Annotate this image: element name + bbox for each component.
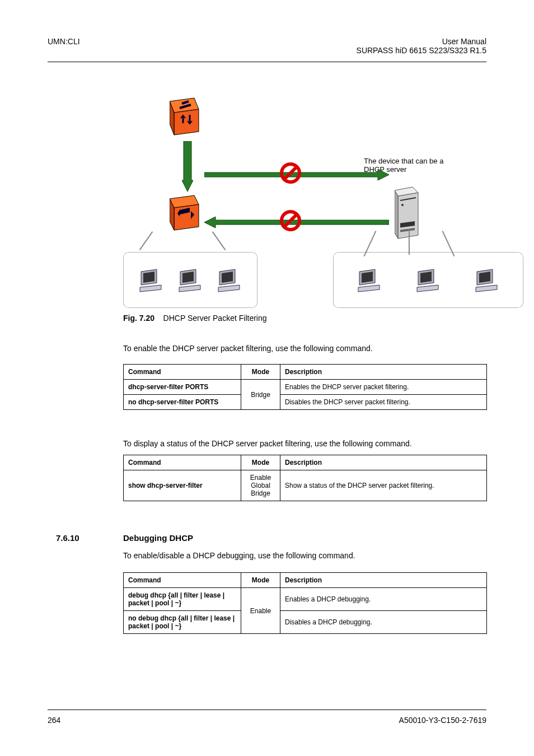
table-header-row: Command Mode Description: [124, 573, 487, 588]
cmd-text: no debug dhcp {all | filter | lease | pa…: [128, 614, 235, 630]
page-header: UMN:CLI User Manual SURPASS hiD 6615 S22…: [48, 37, 486, 58]
table-row: dhcp-server-filter PORTS Bridge Enables …: [124, 380, 487, 395]
cell-mode: Enable: [241, 588, 280, 634]
cell-description: Show a status of the DHCP server packet …: [280, 470, 487, 501]
cmd-text: debug dhcp {all | filter | lease | packe…: [128, 591, 224, 607]
svg-line-25: [284, 214, 297, 227]
svg-marker-0: [174, 109, 199, 135]
col-header-description: Description: [280, 455, 487, 470]
cell-description: Disables the DHCP server packet filterin…: [280, 395, 487, 410]
cell-command: show dhcp-server-filter: [124, 470, 241, 501]
cmd-text: dhcp-server-filter PORTS: [128, 383, 208, 391]
router-icon: [170, 92, 203, 139]
cmd-text: no dhcp-server-filter PORTS: [128, 398, 218, 406]
page-number: 264: [48, 716, 60, 725]
col-header-description: Description: [280, 573, 487, 588]
connection-line: [212, 231, 226, 250]
svg-line-23: [284, 167, 297, 179]
col-header-description: Description: [280, 365, 487, 380]
svg-marker-31: [179, 285, 200, 292]
network-diagram: The device that can be a DHCP server: [123, 90, 481, 314]
server-label-line1: The device that can be a: [364, 157, 443, 165]
cell-command: no debug dhcp {all | filter | lease | pa…: [124, 611, 241, 634]
table-header-row: Command Mode Description: [124, 365, 487, 380]
col-header-mode: Mode: [241, 365, 280, 380]
col-header-mode: Mode: [241, 455, 280, 470]
cell-command: debug dhcp {all | filter | lease | packe…: [124, 588, 241, 611]
svg-marker-7: [182, 141, 193, 192]
col-header-command: Command: [124, 365, 241, 380]
table-row: debug dhcp {all | filter | lease | packe…: [124, 588, 487, 611]
connection-line: [409, 230, 410, 255]
cell-command: no dhcp-server-filter PORTS: [124, 395, 241, 410]
pc-icon: [216, 265, 244, 293]
svg-marker-34: [218, 285, 240, 292]
cell-description: Disables a DHCP debugging.: [280, 611, 487, 634]
client-group-left: [123, 252, 257, 308]
footer-divider: [48, 710, 486, 710]
paragraph-enable-filter: To enable the DHCP server packet filteri…: [123, 344, 373, 353]
svg-marker-33: [222, 272, 233, 283]
bridge-icon: [170, 193, 203, 235]
section-number: 7.6.10: [56, 533, 79, 543]
table-row: show dhcp-server-filter Enable Global Br…: [124, 470, 487, 501]
cmd-text: show dhcp-server-filter: [128, 482, 203, 489]
no-entry-icon: [280, 162, 301, 184]
svg-point-17: [401, 204, 404, 206]
paragraph-show-filter: To display a status of the DHCP server p…: [123, 439, 412, 448]
table-row: no debug dhcp {all | filter | lease | pa…: [124, 611, 487, 634]
table-row: no dhcp-server-filter PORTS Disables the…: [124, 395, 487, 410]
paragraph-debug: To enable/disable a DHCP debugging, use …: [123, 551, 355, 560]
pc-icon: [474, 265, 502, 293]
svg-marker-8: [174, 204, 199, 230]
svg-marker-40: [417, 285, 438, 292]
table-header-row: Command Mode Description: [124, 455, 487, 470]
command-table-filter: Command Mode Description dhcp-server-fil…: [123, 364, 487, 410]
header-right: User Manual SURPASS hiD 6615 S223/S323 R…: [357, 37, 486, 55]
pc-icon: [177, 265, 205, 293]
header-left: UMN:CLI: [48, 37, 80, 55]
svg-marker-39: [420, 272, 432, 283]
header-right-line2: SURPASS hiD 6615 S223/S323 R1.5: [357, 46, 486, 55]
header-right-line1: User Manual: [357, 37, 486, 46]
svg-marker-30: [182, 272, 194, 283]
header-divider: [48, 62, 486, 62]
cell-command: dhcp-server-filter PORTS: [124, 380, 241, 395]
cell-description: Enables a DHCP debugging.: [280, 588, 487, 611]
col-header-command: Command: [124, 455, 241, 470]
cell-mode: Enable Global Bridge: [241, 470, 280, 501]
section-title: Debugging DHCP: [123, 533, 193, 543]
svg-marker-28: [140, 285, 161, 292]
mode-line1: Enable: [246, 474, 275, 482]
arrow-down-icon: [182, 141, 193, 192]
col-header-command: Command: [124, 573, 241, 588]
connection-line: [139, 231, 153, 250]
cell-mode: Bridge: [241, 380, 280, 410]
command-table-show-filter: Command Mode Description show dhcp-serve…: [123, 455, 487, 501]
mode-line3: Bridge: [246, 489, 275, 497]
col-header-mode: Mode: [241, 573, 280, 588]
document-id: A50010-Y3-C150-2-7619: [399, 716, 486, 725]
figure-label: Fig. 7.20: [123, 314, 154, 323]
figure-caption-text: DHCP Server Packet Filtering: [163, 314, 267, 323]
svg-marker-42: [479, 272, 490, 283]
server-icon: [395, 185, 428, 243]
client-group-right: [333, 252, 523, 308]
pc-icon: [415, 265, 443, 293]
pc-icon: [356, 265, 384, 293]
svg-marker-37: [358, 285, 380, 292]
pc-icon: [138, 265, 166, 293]
svg-marker-43: [476, 285, 497, 292]
figure-caption: Fig. 7.20 DHCP Server Packet Filtering: [123, 314, 267, 323]
no-entry-icon: [280, 210, 301, 231]
mode-line2: Global: [246, 482, 275, 489]
command-table-debug: Command Mode Description debug dhcp {all…: [123, 572, 487, 634]
svg-marker-36: [362, 272, 373, 283]
svg-marker-27: [143, 272, 154, 283]
cell-description: Enables the DHCP server packet filtering…: [280, 380, 487, 395]
svg-marker-15: [395, 190, 398, 239]
